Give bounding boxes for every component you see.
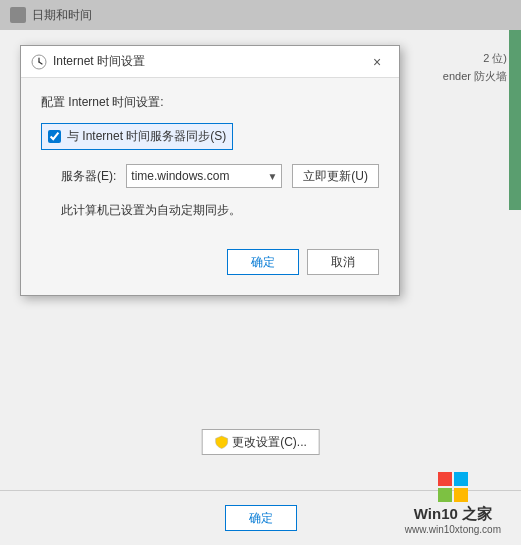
bg-titlebar: 日期和时间	[0, 0, 521, 30]
bg-ok-button[interactable]: 确定	[225, 505, 297, 531]
right-text-1: 2 位)	[443, 50, 507, 68]
win-tile-4	[454, 488, 468, 502]
dialog-cancel-button[interactable]: 取消	[307, 249, 379, 275]
dialog-buttons: 确定 取消	[41, 249, 379, 275]
internet-time-dialog: Internet 时间设置 × 配置 Internet 时间设置: 与 Inte…	[20, 45, 400, 296]
dialog-ok-button[interactable]: 确定	[227, 249, 299, 275]
win-tile-2	[454, 472, 468, 486]
sync-checkbox-label: 与 Internet 时间服务器同步(S)	[67, 128, 226, 145]
bg-title: 日期和时间	[32, 7, 92, 24]
clock-icon	[10, 7, 26, 23]
win10-website: www.win10xtong.com	[405, 524, 501, 535]
status-text: 此计算机已设置为自动定期同步。	[61, 202, 379, 219]
right-text-2: ender 防火墙	[443, 68, 507, 86]
change-settings-label: 更改设置(C)...	[232, 434, 307, 451]
config-label: 配置 Internet 时间设置:	[41, 94, 379, 111]
dropdown-arrow-icon: ▼	[267, 171, 277, 182]
dialog-close-button[interactable]: ×	[365, 50, 389, 74]
sync-checkbox[interactable]	[48, 130, 61, 143]
dialog-body: 配置 Internet 时间设置: 与 Internet 时间服务器同步(S) …	[21, 78, 399, 295]
change-settings-area: 更改设置(C)...	[201, 429, 320, 455]
win10-logo: Win10 之家 www.win10xtong.com	[405, 472, 501, 535]
right-text: 2 位) ender 防火墙	[443, 50, 507, 85]
right-accent	[509, 30, 521, 210]
server-row: 服务器(E): time.windows.com ▼ 立即更新(U)	[61, 164, 379, 188]
update-now-button[interactable]: 立即更新(U)	[292, 164, 379, 188]
dialog-titlebar: Internet 时间设置 ×	[21, 46, 399, 78]
win-tile-3	[438, 488, 452, 502]
dialog-title-left: Internet 时间设置	[31, 53, 145, 70]
sync-checkbox-row: 与 Internet 时间服务器同步(S)	[41, 123, 233, 150]
server-select-text: time.windows.com	[131, 169, 229, 183]
clock-icon-small	[31, 54, 47, 70]
change-settings-button[interactable]: 更改设置(C)...	[201, 429, 320, 455]
win-tile-1	[438, 472, 452, 486]
win10-grid	[438, 472, 468, 502]
server-select[interactable]: time.windows.com ▼	[126, 164, 282, 188]
server-label: 服务器(E):	[61, 168, 116, 185]
shield-icon	[214, 435, 228, 449]
dialog-title-text: Internet 时间设置	[53, 53, 145, 70]
win10-text: Win10 之家	[414, 505, 492, 524]
